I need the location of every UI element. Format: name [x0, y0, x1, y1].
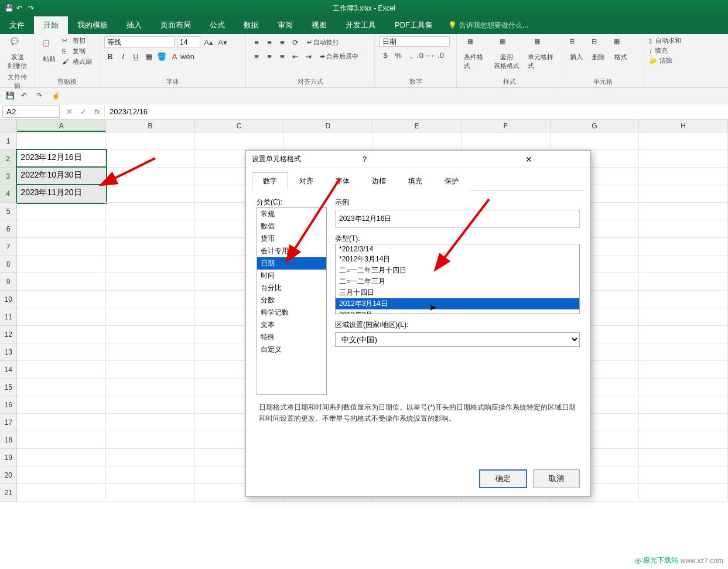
send-wechat-button[interactable]: 💬 发送 到微信 — [5, 36, 30, 71]
col-header[interactable]: B — [106, 120, 195, 132]
tell-me-input[interactable]: 💡 告诉我您想要做什么... — [448, 16, 528, 34]
cell[interactable] — [195, 132, 284, 150]
tab-fill[interactable]: 填充 — [397, 172, 433, 190]
indent-inc-button[interactable]: ⇥ — [302, 50, 314, 62]
row-header[interactable]: 16 — [0, 396, 17, 414]
align-mid-button[interactable]: ≡ — [264, 36, 275, 48]
cell[interactable] — [283, 132, 372, 150]
italic-button[interactable]: I — [117, 50, 129, 62]
cell[interactable] — [372, 132, 462, 150]
font-color-button[interactable]: A — [169, 50, 180, 62]
cell[interactable] — [639, 238, 728, 255]
cell[interactable] — [106, 291, 195, 308]
col-header[interactable]: H — [639, 120, 728, 132]
cell[interactable] — [639, 132, 728, 150]
tab-font[interactable]: 字体 — [324, 172, 361, 190]
tab-templates[interactable]: 我的模板 — [68, 16, 117, 34]
cell[interactable] — [106, 273, 195, 291]
cond-format-button[interactable]: ▦条件格式 — [462, 36, 488, 71]
clear-button[interactable]: 🧽清除 — [649, 56, 710, 65]
cell[interactable] — [17, 396, 106, 414]
orientation-button[interactable]: ⟳ — [289, 36, 301, 48]
col-header[interactable]: C — [195, 120, 284, 132]
type-item[interactable]: 二○一二年三月十四日 — [336, 265, 579, 276]
tab-layout[interactable]: 页面布局 — [151, 16, 200, 34]
cell[interactable] — [462, 132, 551, 150]
confirm-formula-button[interactable]: ✓ — [76, 107, 90, 116]
delete-cells-button[interactable]: ⊟删除 — [589, 36, 608, 63]
save-icon[interactable]: 💾 — [6, 91, 15, 101]
percent-button[interactable]: % — [392, 49, 404, 61]
cell[interactable] — [639, 484, 728, 502]
cell[interactable] — [106, 466, 195, 484]
category-item[interactable]: 常规 — [257, 208, 326, 220]
cell[interactable] — [639, 449, 728, 466]
row-header[interactable]: 15 — [0, 379, 17, 396]
cell[interactable] — [639, 361, 728, 379]
redo-icon[interactable]: ↷ — [28, 4, 36, 12]
row-header[interactable]: 19 — [0, 449, 17, 466]
category-item[interactable]: 会计专用 — [257, 245, 326, 257]
row-header[interactable]: 6 — [0, 220, 17, 238]
type-item[interactable]: *2012/3/14 — [336, 244, 579, 254]
align-top-button[interactable]: ≡ — [251, 36, 262, 48]
cell[interactable] — [106, 185, 195, 203]
category-item[interactable]: 分数 — [257, 294, 326, 306]
name-box[interactable] — [2, 105, 60, 118]
comma-button[interactable]: , — [405, 49, 417, 61]
type-item[interactable]: 三月十四日 — [336, 287, 579, 298]
category-item[interactable]: 科学记数 — [257, 306, 326, 319]
category-list[interactable]: 常规数值货币会计专用日期时间百分比分数科学记数文本特殊自定义 — [257, 207, 327, 395]
cell[interactable]: 2022年10月30日 — [17, 168, 106, 185]
cell[interactable] — [106, 361, 195, 379]
tab-formulas[interactable]: 公式 — [200, 16, 234, 34]
cell[interactable] — [106, 449, 195, 466]
align-center-button[interactable]: ≡ — [264, 50, 275, 62]
cell[interactable] — [17, 132, 106, 150]
row-header[interactable]: 9 — [0, 273, 17, 291]
type-item[interactable]: *2012年3月14日 — [336, 254, 579, 265]
cell[interactable] — [17, 273, 106, 291]
cell[interactable] — [639, 273, 728, 291]
tab-insert[interactable]: 插入 — [117, 16, 151, 34]
wrap-button[interactable]: ↵自动换行 — [307, 36, 339, 48]
fx-button[interactable]: fx — [90, 107, 104, 116]
tab-align[interactable]: 对齐 — [288, 172, 324, 190]
cut-button[interactable]: ✂剪切 — [62, 36, 92, 45]
cell[interactable] — [639, 255, 728, 273]
cell[interactable] — [17, 220, 106, 238]
cell[interactable] — [106, 379, 195, 396]
type-item[interactable]: 二○一二年三月 — [336, 276, 579, 287]
cell[interactable] — [17, 484, 106, 502]
row-header[interactable]: 18 — [0, 431, 17, 449]
cancel-button[interactable]: 取消 — [533, 469, 580, 488]
tab-file[interactable]: 文件 — [0, 16, 34, 34]
close-icon[interactable]: ✕ — [474, 155, 585, 164]
cell[interactable] — [106, 308, 195, 326]
merge-button[interactable]: ⬌合并后居中 — [320, 50, 358, 62]
cell[interactable] — [639, 203, 728, 220]
row-header[interactable]: 11 — [0, 308, 17, 326]
cell[interactable] — [639, 291, 728, 308]
cell[interactable] — [639, 308, 728, 326]
col-header[interactable]: G — [551, 120, 640, 132]
col-header[interactable]: A — [17, 120, 106, 132]
align-right-button[interactable]: ≡ — [276, 50, 288, 62]
category-item[interactable]: 数值 — [257, 220, 326, 233]
row-header[interactable]: 4 — [0, 185, 17, 203]
cell[interactable]: 2023年11月20日 — [17, 185, 106, 203]
tab-home[interactable]: 开始 — [34, 16, 68, 34]
cell[interactable] — [639, 466, 728, 484]
redo-icon[interactable]: ↷ — [36, 91, 46, 101]
tab-review[interactable]: 审阅 — [268, 16, 302, 34]
tab-border[interactable]: 边框 — [361, 172, 397, 190]
ok-button[interactable]: 确定 — [479, 469, 527, 488]
font-size-select[interactable] — [177, 36, 200, 48]
row-header[interactable]: 10 — [0, 291, 17, 308]
align-bot-button[interactable]: ≡ — [276, 36, 288, 48]
cell[interactable] — [639, 326, 728, 343]
col-header[interactable]: E — [372, 120, 462, 132]
copy-button[interactable]: ⎘复制 — [62, 47, 92, 56]
dialog-help-button[interactable]: ? — [363, 155, 473, 163]
tab-protect[interactable]: 保护 — [433, 172, 470, 190]
